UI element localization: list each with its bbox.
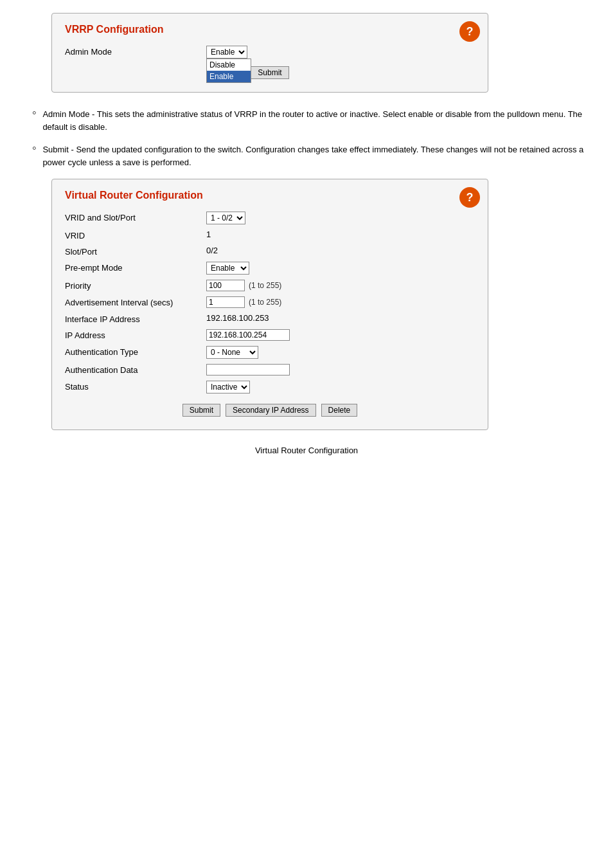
bullet-item-admin-mode: ◦ Admin Mode - This sets the administrat… [32, 108, 594, 133]
adv-interval-control: (1 to 255) [206, 296, 281, 308]
virtual-router-config-panel: Virtual Router Configuration ? VRID and … [51, 179, 488, 430]
auth-data-input[interactable] [206, 364, 290, 375]
bullet-term-submit: Submit [42, 145, 68, 154]
adv-interval-hint: (1 to 255) [249, 298, 281, 307]
vrrp-submit-button[interactable]: Submit [251, 66, 289, 79]
auth-data-row: Authentication Data [65, 364, 475, 375]
admin-mode-option-disable[interactable]: Disable [207, 59, 251, 71]
auth-data-label: Authentication Data [65, 364, 206, 375]
interface-ip-static: 192.168.100.253 [206, 313, 269, 323]
interface-ip-label: Interface IP Address [65, 313, 206, 324]
bullet-dot-1: ◦ [32, 107, 36, 118]
delete-button[interactable]: Delete [321, 404, 358, 417]
interface-ip-value: 192.168.100.253 [206, 313, 269, 323]
bullet-desc-submit: - Send the updated configuration to the … [42, 145, 583, 167]
vrid-value: 1 [206, 230, 211, 239]
adv-interval-label: Advertisement Interval (secs) [65, 296, 206, 307]
secondary-ip-address-button[interactable]: Secondary IP Address [226, 404, 316, 417]
virtual-router-caption: Virtual Router Configuration [19, 446, 594, 455]
interface-ip-row: Interface IP Address 192.168.100.253 [65, 313, 475, 324]
status-label: Status [65, 381, 206, 392]
auth-type-select[interactable]: 0 - None 1 - Simple 2 - MD5 [206, 346, 258, 359]
admin-mode-dropdown-container: Enable Disable Enable [206, 46, 247, 59]
preempt-mode-label: Pre-empt Mode [65, 262, 206, 273]
bullet-dot-2: ◦ [32, 142, 36, 154]
vrid-slot-port-control: 1 - 0/2 [206, 212, 245, 224]
auth-type-row: Authentication Type 0 - None 1 - Simple … [65, 346, 475, 359]
admin-mode-row: Admin Mode Enable Disable Enable [65, 46, 475, 59]
ip-address-label: IP Address [65, 329, 206, 340]
preempt-mode-row: Pre-empt Mode Enable Disable [65, 262, 475, 275]
adv-interval-row: Advertisement Interval (secs) (1 to 255) [65, 296, 475, 308]
preempt-mode-control: Enable Disable [206, 262, 249, 275]
slot-port-static: 0/2 [206, 246, 218, 255]
vrrp-config-button-row: Submit [65, 66, 475, 79]
bullet-item-submit: ◦ Submit - Send the updated configuratio… [32, 143, 594, 168]
virtual-router-submit-button[interactable]: Submit [182, 404, 220, 417]
vrid-static: 1 [206, 230, 211, 239]
auth-data-control [206, 364, 290, 375]
priority-row: Priority (1 to 255) [65, 280, 475, 291]
auth-type-control: 0 - None 1 - Simple 2 - MD5 [206, 346, 258, 359]
bullet-term-admin-mode: Admin Mode [42, 109, 89, 119]
admin-mode-control: Enable Disable Enable [206, 46, 247, 59]
status-row: Status Inactive Active [65, 381, 475, 393]
ip-address-control [206, 329, 290, 341]
vrid-slot-port-select[interactable]: 1 - 0/2 [206, 212, 245, 224]
ip-address-input[interactable] [206, 329, 290, 341]
bullet-text-admin-mode: Admin Mode - This sets the administrativ… [42, 108, 594, 133]
admin-mode-select[interactable]: Enable [206, 46, 247, 59]
auth-type-label: Authentication Type [65, 346, 206, 357]
admin-mode-option-enable[interactable]: Enable [207, 71, 251, 82]
ip-address-row: IP Address [65, 329, 475, 341]
vrid-slot-port-label: VRID and Slot/Port [65, 212, 206, 222]
admin-mode-label: Admin Mode [65, 46, 206, 57]
status-select[interactable]: Inactive Active [206, 381, 250, 393]
priority-hint: (1 to 255) [249, 281, 281, 290]
vrrp-config-panel: VRRP Configuration ? Admin Mode Enable D… [51, 13, 488, 93]
slot-port-row: Slot/Port 0/2 [65, 246, 475, 257]
bullet-text-submit: Submit - Send the updated configuration … [42, 143, 594, 168]
slot-port-label: Slot/Port [65, 246, 206, 257]
vrrp-config-help-icon[interactable]: ? [459, 21, 480, 42]
bullet-section-1: ◦ Admin Mode - This sets the administrat… [32, 108, 594, 133]
priority-control: (1 to 255) [206, 280, 281, 291]
adv-interval-input[interactable] [206, 296, 245, 308]
slot-port-value: 0/2 [206, 246, 218, 255]
bullet-section-2: ◦ Submit - Send the updated configuratio… [32, 143, 594, 168]
vrid-row: VRID 1 [65, 230, 475, 240]
admin-mode-dropdown-open: Disable Enable [206, 59, 251, 83]
priority-input[interactable] [206, 280, 245, 291]
status-control: Inactive Active [206, 381, 250, 393]
bullet-desc-admin-mode: - This sets the administrative status of… [42, 109, 582, 132]
virtual-router-button-row: Submit Secondary IP Address Delete [65, 404, 475, 417]
virtual-router-config-title: Virtual Router Configuration [65, 190, 475, 201]
vrid-label: VRID [65, 230, 206, 240]
priority-label: Priority [65, 280, 206, 291]
vrid-slot-port-row: VRID and Slot/Port 1 - 0/2 [65, 212, 475, 224]
preempt-mode-select[interactable]: Enable Disable [206, 262, 249, 275]
virtual-router-config-help-icon[interactable]: ? [459, 187, 480, 208]
vrrp-config-title: VRRP Configuration [65, 24, 475, 35]
